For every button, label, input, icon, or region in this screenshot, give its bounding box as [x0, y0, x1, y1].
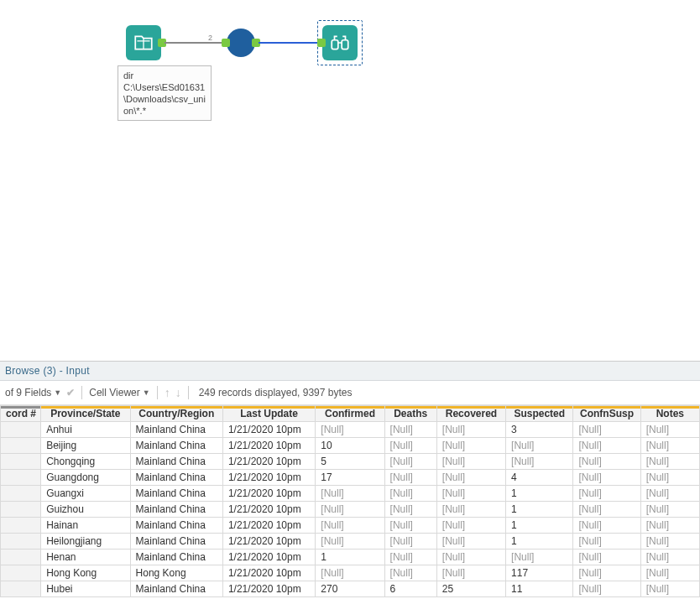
table-row[interactable]: HenanMainland China1/21/2020 10pm1[Null]…: [1, 550, 700, 565]
cell[interactable]: [Null]: [316, 422, 384, 438]
cell[interactable]: Guangxi: [41, 486, 130, 502]
cell[interactable]: Guangdong: [41, 470, 130, 486]
column-header[interactable]: Recovered: [436, 406, 505, 422]
cell[interactable]: [Null]: [573, 565, 640, 581]
cell[interactable]: [Null]: [573, 470, 640, 486]
cell[interactable]: [Null]: [436, 518, 505, 534]
cell-viewer-dropdown[interactable]: Cell Viewer ▼: [89, 387, 149, 398]
tool-annotation[interactable]: dir C:\Users\ESd01631\Downloads\csv_unio…: [118, 65, 212, 121]
cell[interactable]: [Null]: [506, 454, 573, 470]
cell[interactable]: [Null]: [384, 486, 436, 502]
cell[interactable]: 1: [506, 518, 573, 534]
cell[interactable]: [Null]: [573, 502, 640, 518]
cell[interactable]: 3: [506, 422, 573, 438]
table-row[interactable]: HubeiMainland China1/21/2020 10pm2706251…: [1, 581, 700, 597]
check-icon[interactable]: ✔: [66, 387, 75, 398]
connector-tool[interactable]: [227, 29, 255, 57]
cell[interactable]: Mainland China: [130, 454, 222, 470]
cell[interactable]: [Null]: [384, 550, 436, 565]
cell[interactable]: [Null]: [640, 470, 699, 486]
column-header[interactable]: Confirmed: [316, 406, 384, 422]
cell[interactable]: 1/21/2020 10pm: [222, 454, 315, 470]
cell[interactable]: [Null]: [316, 565, 384, 581]
cell[interactable]: 25: [436, 581, 505, 597]
column-header[interactable]: Province/State: [41, 406, 130, 422]
cell[interactable]: [Null]: [640, 550, 699, 565]
cell[interactable]: Mainland China: [130, 550, 222, 565]
cell[interactable]: [Null]: [573, 534, 640, 550]
cell[interactable]: 1/21/2020 10pm: [222, 486, 315, 502]
cell[interactable]: [Null]: [506, 438, 573, 454]
cell[interactable]: [Null]: [573, 454, 640, 470]
cell[interactable]: 6: [384, 581, 436, 597]
cell[interactable]: [Null]: [436, 438, 505, 454]
cell[interactable]: Chongqing: [41, 454, 130, 470]
fields-dropdown[interactable]: of 9 Fields ▼: [5, 387, 61, 398]
table-row[interactable]: GuangxiMainland China1/21/2020 10pm[Null…: [1, 486, 700, 502]
column-header[interactable]: ConfnSusp: [573, 406, 640, 422]
cell[interactable]: [Null]: [640, 486, 699, 502]
nav-down-button[interactable]: ↓: [175, 386, 181, 399]
cell[interactable]: Mainland China: [130, 422, 222, 438]
cell[interactable]: [Null]: [640, 438, 699, 454]
cell[interactable]: [Null]: [640, 534, 699, 550]
cell[interactable]: [Null]: [436, 422, 505, 438]
cell[interactable]: [Null]: [436, 454, 505, 470]
cell[interactable]: [Null]: [316, 534, 384, 550]
cell[interactable]: [Null]: [573, 581, 640, 597]
table-row[interactable]: ChongqingMainland China1/21/2020 10pm5[N…: [1, 454, 700, 470]
cell[interactable]: 1: [506, 502, 573, 518]
cell[interactable]: [Null]: [384, 534, 436, 550]
cell[interactable]: Hainan: [41, 518, 130, 534]
cell[interactable]: Beijing: [41, 438, 130, 454]
cell[interactable]: Mainland China: [130, 518, 222, 534]
row-header[interactable]: [1, 565, 41, 581]
cell[interactable]: Mainland China: [130, 502, 222, 518]
row-header[interactable]: [1, 518, 41, 534]
cell[interactable]: [Null]: [436, 534, 505, 550]
cell[interactable]: [Null]: [640, 502, 699, 518]
cell[interactable]: 1: [506, 486, 573, 502]
cell[interactable]: [Null]: [573, 422, 640, 438]
cell[interactable]: Hong Kong: [130, 565, 222, 581]
cell[interactable]: [Null]: [436, 550, 505, 565]
cell[interactable]: Guizhou: [41, 502, 130, 518]
cell[interactable]: [Null]: [384, 470, 436, 486]
cell[interactable]: Hong Kong: [41, 565, 130, 581]
cell[interactable]: 10: [316, 438, 384, 454]
cell[interactable]: [Null]: [316, 518, 384, 534]
row-header[interactable]: [1, 534, 41, 550]
row-header[interactable]: [1, 470, 41, 486]
cell[interactable]: [Null]: [384, 422, 436, 438]
cell[interactable]: [Null]: [384, 438, 436, 454]
cell[interactable]: Mainland China: [130, 534, 222, 550]
cell[interactable]: [Null]: [640, 422, 699, 438]
cell[interactable]: [Null]: [573, 438, 640, 454]
column-header[interactable]: Notes: [640, 406, 699, 422]
cell[interactable]: [Null]: [506, 550, 573, 565]
cell[interactable]: 1/21/2020 10pm: [222, 422, 315, 438]
row-header[interactable]: [1, 454, 41, 470]
cell[interactable]: 1/21/2020 10pm: [222, 470, 315, 486]
input-anchor[interactable]: [222, 39, 230, 47]
cell[interactable]: 1/21/2020 10pm: [222, 534, 315, 550]
results-grid-scroll[interactable]: cord #Province/StateCountry/RegionLast U…: [0, 405, 700, 599]
cell[interactable]: Hubei: [41, 581, 130, 597]
cell[interactable]: Mainland China: [130, 486, 222, 502]
cell[interactable]: [Null]: [573, 518, 640, 534]
cell[interactable]: 1: [316, 550, 384, 565]
cell[interactable]: [Null]: [573, 550, 640, 565]
cell[interactable]: 1/21/2020 10pm: [222, 518, 315, 534]
cell[interactable]: [Null]: [384, 454, 436, 470]
cell[interactable]: [Null]: [573, 486, 640, 502]
column-header[interactable]: Suspected: [506, 406, 573, 422]
row-header[interactable]: [1, 438, 41, 454]
cell[interactable]: 117: [506, 565, 573, 581]
table-row[interactable]: Hong KongHong Kong1/21/2020 10pm[Null][N…: [1, 565, 700, 581]
nav-up-button[interactable]: ↑: [165, 386, 170, 399]
cell[interactable]: 1/21/2020 10pm: [222, 581, 315, 597]
cell[interactable]: 17: [316, 470, 384, 486]
cell[interactable]: [Null]: [436, 502, 505, 518]
connection-2[interactable]: [259, 42, 321, 44]
table-row[interactable]: AnhuiMainland China1/21/2020 10pm[Null][…: [1, 422, 700, 438]
